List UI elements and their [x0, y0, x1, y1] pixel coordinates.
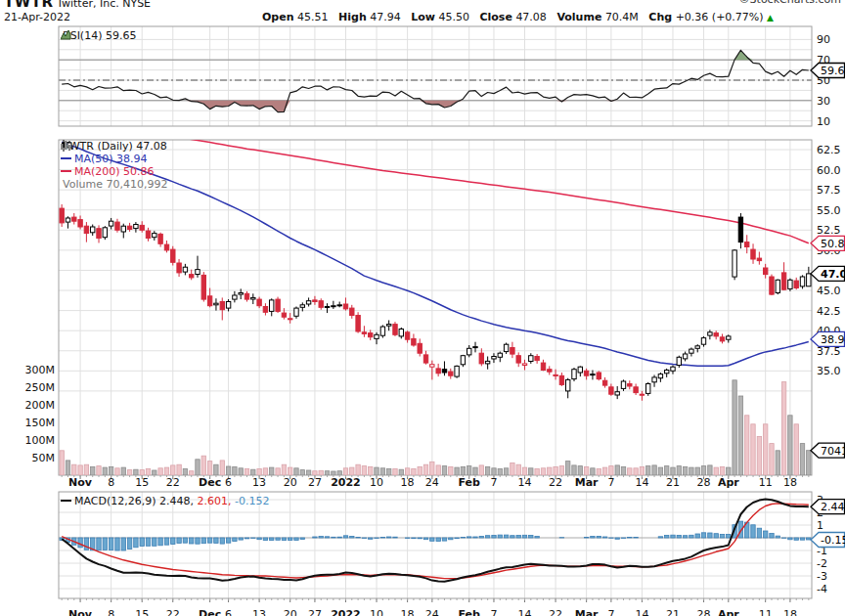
high-label: High — [338, 11, 367, 23]
volume-legend-label: Volume 70,410,992 — [63, 178, 167, 191]
open-label: Open — [262, 11, 294, 23]
axis-tick-label: 11 — [759, 476, 773, 489]
axis-tick-label: 70410 — [821, 445, 845, 458]
axis-tick-label: 50.86 — [821, 238, 845, 250]
price-panel — [60, 125, 811, 475]
axis-tick-label: 6 — [225, 476, 232, 489]
axis-tick-label: -2 — [817, 557, 827, 570]
axis-tick-label: 62.5 — [817, 144, 841, 156]
volume-legend-row: Volume 70,410,992 — [61, 178, 167, 191]
axis-tick-label: 21 — [666, 608, 680, 616]
axis-tick-label: 90 — [817, 33, 830, 46]
axis-tick-label: 18 — [401, 608, 415, 616]
axis-tick-label: 2022 — [331, 608, 361, 616]
axis-tick-label: 24 — [425, 476, 439, 489]
axis-tick-label: 52.5 — [817, 224, 841, 237]
axis-tick-label: Apr — [718, 608, 739, 616]
axis-tick-label: Dec — [199, 476, 221, 489]
axis-tick-label: 28 — [697, 608, 711, 616]
axis-tick-label: 150M — [25, 417, 56, 429]
axis-tick-label: 13 — [252, 476, 266, 489]
axis-tick-label: Dec — [199, 608, 221, 616]
macd-legend-label: MACD(12,26,9) 2.448, — [74, 495, 194, 507]
macd-line-icon — [61, 500, 71, 502]
axis-tick-label: 14 — [635, 476, 648, 489]
axis-tick-label: 7 — [490, 476, 497, 489]
axis-tick-label: 20 — [284, 608, 297, 616]
axis-tick-label: 1 — [817, 519, 823, 532]
ma50-legend-row: MA(50) 38.94 — [61, 153, 167, 165]
axis-tick-label: 27 — [308, 476, 322, 489]
axis-tick-label: 42.5 — [817, 305, 841, 318]
axis-tick-label: -0.152 — [821, 534, 845, 547]
price-legend-title-row: TWTR (Daily) 47.08 — [61, 140, 167, 153]
high-value: 47.94 — [370, 11, 401, 23]
axis-tick-label: Feb — [459, 608, 481, 616]
axis-tick-label: 60.0 — [817, 164, 841, 177]
axis-tick-label: 38.94 — [821, 333, 845, 346]
axis-tick-label: 55.0 — [817, 204, 841, 217]
axis-tick-label: Apr — [718, 476, 739, 489]
chart-canvas: NovNov8815152222DecDec661313202027272022… — [0, 0, 845, 616]
axis-tick-label: 57.5 — [817, 184, 841, 197]
axis-tick-label: 24 — [425, 608, 439, 616]
change-label: Chg — [648, 11, 672, 23]
axis-tick-label: 28 — [697, 476, 711, 489]
axis-tick-label: -3 — [817, 570, 827, 583]
axis-tick-label: 18 — [783, 476, 797, 489]
axis-tick-label: 10 — [370, 608, 383, 616]
macd-legend: MACD(12,26,9) 2.448, 2.601, -0.152 — [61, 495, 270, 507]
axis-tick-label: 10 — [817, 115, 830, 128]
axis-tick-label: -4 — [817, 583, 827, 595]
axis-tick-label: 8 — [108, 608, 114, 616]
price-legend: TWTR (Daily) 47.08 MA(50) 38.94 MA(200) … — [61, 140, 167, 191]
axis-tick-label: 15 — [135, 476, 149, 489]
axis-tick-label: 2.448 — [821, 501, 845, 513]
price-legend-title: TWTR (Daily) 47.08 — [63, 140, 167, 153]
axis-tick-label: 22 — [166, 476, 180, 489]
axis-tick-label: Feb — [459, 476, 481, 489]
low-value: 45.50 — [438, 11, 469, 23]
axis-tick-label: Nov — [68, 476, 93, 489]
axis-tick-label: 27 — [308, 608, 322, 616]
volume-value: 70.4M — [605, 11, 639, 23]
axis-tick-label: 22 — [549, 476, 562, 489]
axis-tick-label: 22 — [166, 608, 180, 616]
chart-date: 21-Apr-2022 — [4, 11, 70, 23]
ma200-legend-row: MA(200) 50.86 — [61, 165, 167, 178]
stockcharts-watermark: ©StockCharts.com — [739, 0, 841, 6]
ticker-symbol: TWTR — [4, 0, 54, 11]
axis-tick-label: 2022 — [331, 476, 361, 489]
axis-tick-label: 14 — [518, 476, 532, 489]
axis-tick-label: 7 — [607, 608, 614, 616]
axis-tick-label: Nov — [68, 608, 93, 616]
axis-tick-label: 8 — [108, 476, 114, 489]
axis-tick-label: 45.0 — [817, 285, 841, 297]
axis-tick-label: 20 — [284, 476, 297, 489]
stockcharts-chart-page: { "header": { "symbol": "TWTR", "company… — [0, 0, 845, 616]
axis-tick-label: 47.08 — [821, 268, 845, 281]
axis-tick-label: 15 — [135, 608, 149, 616]
axis-tick-label: 18 — [783, 608, 797, 616]
ma50-legend-label: MA(50) 38.94 — [74, 153, 148, 165]
ma200-line-icon — [61, 170, 71, 172]
close-value: 47.08 — [515, 11, 547, 23]
volume-label: Volume — [556, 11, 601, 23]
axis-tick-label: 50M — [32, 452, 56, 464]
ma50-line-icon — [61, 157, 71, 159]
macd-hist-value: -0.152 — [235, 495, 269, 507]
macd-signal-value: 2.601, — [198, 495, 232, 507]
change-value: +0.36 (+0.77%) — [676, 11, 764, 23]
axis-tick-label: 10 — [370, 476, 383, 489]
quote-line: Open 45.51 High 47.94 Low 45.50 Close 47… — [262, 11, 774, 23]
axis-tick-label: 200M — [25, 399, 56, 412]
axis-tick-label: 100M — [25, 434, 56, 447]
chart-header: TWTR Twitter, Inc. NYSE — [4, 0, 151, 11]
rsi-legend-label: RSI(14) 59.65 — [63, 29, 136, 42]
up-arrow-icon: ▲ — [767, 13, 774, 22]
axis-tick-label: Mar — [575, 608, 599, 616]
ma200-legend-label: MA(200) 50.86 — [74, 165, 155, 178]
axis-tick-label: 7 — [490, 608, 497, 616]
axis-tick-label: 14 — [518, 608, 532, 616]
axis-tick-label: 18 — [401, 476, 415, 489]
